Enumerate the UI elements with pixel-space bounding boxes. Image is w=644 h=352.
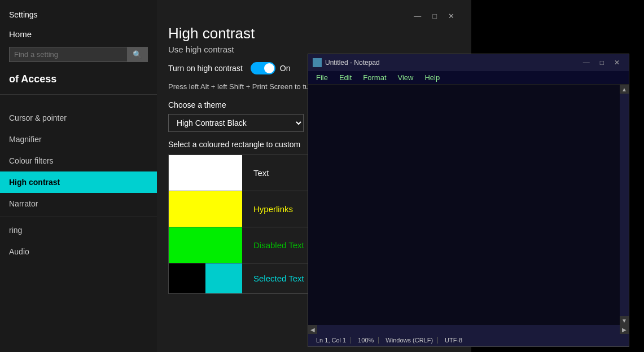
notepad-menu-help[interactable]: Help — [419, 72, 445, 83]
notepad-app-icon — [313, 58, 322, 67]
swatch-label-selected: Selected Text — [242, 274, 304, 283]
scroll-down-arrow[interactable]: ▼ — [620, 316, 629, 325]
search-input[interactable] — [10, 47, 127, 61]
close-button[interactable]: ✕ — [443, 9, 460, 23]
toggle-label: Turn on high contrast — [168, 64, 243, 73]
swatch-selected-black[interactable] — [169, 263, 205, 293]
notepad-menu-file[interactable]: File — [310, 72, 334, 83]
minimize-button[interactable]: — — [408, 9, 427, 23]
sidebar-item-cursor[interactable]: Cursor & pointer — [0, 107, 157, 129]
notepad-editor[interactable] — [308, 85, 620, 325]
notepad-content-area: ▲ ▼ — [308, 85, 629, 325]
notepad-menu-view[interactable]: View — [392, 72, 419, 83]
status-zoom: 100% — [353, 337, 379, 344]
notepad-win-buttons: — □ ✕ — [579, 58, 624, 68]
swatch-label-hyperlinks: Hyperlinks — [242, 204, 293, 214]
notepad-menubar: File Edit Format View Help — [308, 71, 629, 85]
sidebar-item-ring[interactable]: ring — [0, 219, 157, 241]
sidebar-item-blank1[interactable] — [0, 95, 157, 107]
theme-select[interactable]: High Contrast Black — [168, 114, 304, 132]
maximize-button[interactable]: □ — [427, 9, 443, 23]
search-box: 🔍 — [9, 47, 148, 62]
swatch-label-text: Text — [242, 168, 269, 178]
toggle-on-label: On — [280, 64, 291, 73]
scroll-left-arrow[interactable]: ◀ — [308, 325, 317, 334]
sidebar-item-colour-filters[interactable]: Colour filters — [0, 150, 157, 171]
status-line-ending: Windows (CRLF) — [381, 337, 438, 344]
scroll-track-horizontal[interactable] — [317, 325, 620, 334]
notepad-titlebar: Untitled - Notepad — □ ✕ — [308, 54, 629, 71]
sidebar-item-audio[interactable]: Audio — [0, 241, 157, 262]
swatch-disabled[interactable] — [169, 227, 242, 263]
nav-items: Cursor & pointer Magnifier Colour filter… — [0, 95, 157, 352]
swatch-label-disabled: Disabled Text — [242, 240, 304, 250]
notepad-title: Untitled - Notepad — [325, 59, 579, 67]
sidebar-top: Settings Home 🔍 of Access — [0, 0, 157, 95]
page-title: High contrast — [168, 25, 460, 42]
sidebar-item-narrator[interactable]: Narrator — [0, 193, 157, 214]
scroll-up-arrow[interactable]: ▲ — [620, 85, 629, 94]
notepad-minimize-button[interactable]: — — [579, 58, 594, 68]
notepad-close-button[interactable]: ✕ — [610, 58, 624, 68]
swatch-text[interactable] — [169, 155, 242, 191]
settings-title: Settings — [9, 5, 148, 24]
scroll-track-vertical[interactable] — [620, 94, 629, 316]
status-encoding: UTF-8 — [440, 337, 467, 344]
toggle-switch[interactable] — [251, 62, 275, 74]
notepad-scrollbar-right: ▲ ▼ — [620, 85, 629, 325]
sidebar: Settings Home 🔍 of Access Cursor & point… — [0, 0, 157, 352]
notepad-statusbar: Ln 1, Col 1 100% Windows (CRLF) UTF-8 — [308, 334, 629, 346]
ease-of-access-heading: of Access — [9, 67, 148, 90]
swatch-hyperlinks[interactable] — [169, 191, 242, 227]
swatch-selected-cyan[interactable] — [205, 263, 242, 293]
sidebar-item-magnifier[interactable]: Magnifier — [0, 129, 157, 150]
notepad-menu-format[interactable]: Format — [357, 72, 392, 83]
notepad-maximize-button[interactable]: □ — [595, 58, 608, 68]
scroll-right-arrow[interactable]: ▶ — [620, 325, 629, 334]
status-position: Ln 1, Col 1 — [312, 337, 351, 344]
search-button[interactable]: 🔍 — [127, 47, 147, 61]
sidebar-item-high-contrast[interactable]: High contrast — [0, 171, 157, 193]
notepad-menu-edit[interactable]: Edit — [334, 72, 357, 83]
notepad-window: Untitled - Notepad — □ ✕ File Edit Forma… — [308, 54, 629, 347]
notepad-bottom-scrollbar: ◀ ▶ — [308, 325, 629, 334]
section-subtitle: Use high contrast — [168, 45, 460, 54]
sidebar-home[interactable]: Home — [9, 24, 148, 43]
window-controls: — □ ✕ — [168, 9, 460, 23]
nav-divider — [0, 217, 157, 217]
